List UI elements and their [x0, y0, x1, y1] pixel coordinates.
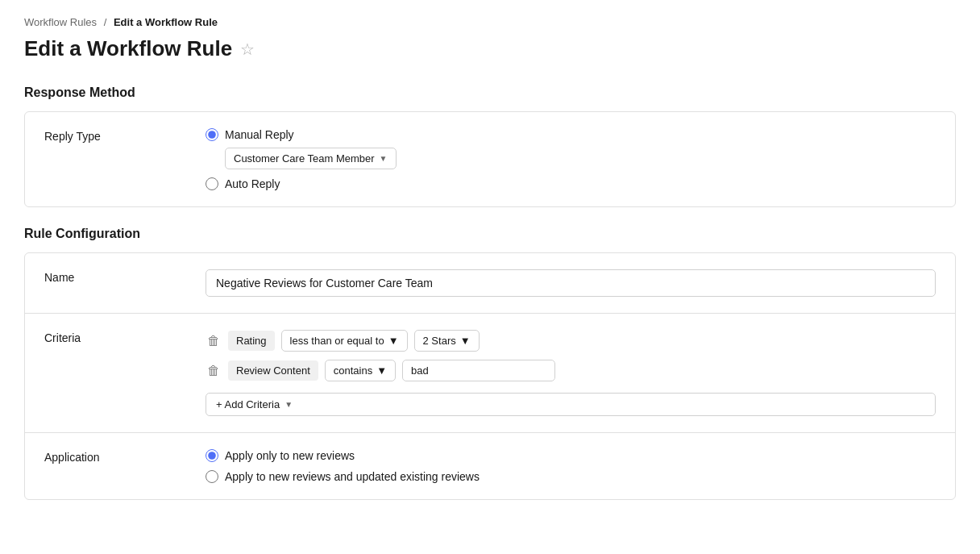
criteria-rows: 🗑 Rating less than or equal to ▼ 2 Stars…	[206, 330, 936, 381]
name-label: Name	[44, 269, 206, 284]
manual-reply-radio[interactable]	[206, 128, 218, 141]
criteria-row-1: 🗑 Rating less than or equal to ▼ 2 Stars…	[206, 330, 936, 352]
auto-reply-label: Auto Reply	[225, 177, 280, 190]
response-method-title: Response Method	[24, 85, 956, 100]
name-row: Name	[25, 253, 955, 314]
criteria-2-operator-dropdown[interactable]: contains ▼	[325, 360, 396, 381]
add-criteria-chevron-icon: ▼	[284, 400, 293, 409]
application-option-2-label: Apply to new reviews and updated existin…	[225, 470, 480, 483]
breadcrumb-current: Edit a Workflow Rule	[114, 16, 218, 28]
criteria-1-operator-dropdown[interactable]: less than or equal to ▼	[281, 330, 408, 352]
application-content: Apply only to new reviews Apply to new r…	[206, 449, 936, 483]
criteria-label: Criteria	[44, 330, 206, 344]
criteria-1-value-label: 2 Stars	[423, 335, 456, 347]
team-member-dropdown[interactable]: Customer Care Team Member ▼	[225, 148, 397, 169]
page-title: Edit a Workflow Rule	[24, 36, 232, 61]
criteria-2-operator-label: contains	[334, 364, 372, 377]
reply-type-row: Reply Type Manual Reply Customer Care Te…	[25, 112, 955, 206]
breadcrumb-separator: /	[104, 16, 107, 28]
team-member-chevron-icon: ▼	[380, 154, 388, 163]
auto-reply-radio[interactable]	[206, 177, 218, 190]
add-criteria-button[interactable]: + Add Criteria ▼	[206, 393, 936, 416]
application-option-2[interactable]: Apply to new reviews and updated existin…	[206, 470, 936, 483]
manual-reply-option: Manual Reply Customer Care Team Member ▼	[206, 128, 936, 169]
delete-criteria-1-icon[interactable]: 🗑	[206, 332, 222, 350]
criteria-content: 🗑 Rating less than or equal to ▼ 2 Stars…	[206, 330, 936, 416]
application-option-1[interactable]: Apply only to new reviews	[206, 449, 936, 462]
manual-reply-label: Manual Reply	[225, 128, 294, 141]
criteria-1-operator-chevron-icon: ▼	[388, 335, 399, 347]
breadcrumb: Workflow Rules / Edit a Workflow Rule	[24, 16, 956, 28]
criteria-row-2: 🗑 Review Content contains ▼	[206, 360, 936, 381]
application-label: Application	[44, 449, 206, 464]
criteria-2-tag: Review Content	[228, 360, 318, 381]
application-row: Application Apply only to new reviews Ap…	[25, 433, 955, 499]
criteria-2-operator-chevron-icon: ▼	[376, 364, 387, 377]
application-radio-2[interactable]	[206, 470, 218, 483]
criteria-row: Criteria 🗑 Rating less than or equal to …	[25, 314, 955, 433]
reply-type-content: Manual Reply Customer Care Team Member ▼…	[206, 128, 936, 190]
rule-configuration-section: Rule Configuration Name Criteria 🗑 Ratin…	[24, 227, 956, 500]
auto-reply-option[interactable]: Auto Reply	[206, 177, 936, 190]
application-radio-1[interactable]	[206, 449, 218, 462]
criteria-1-operator-label: less than or equal to	[290, 335, 384, 347]
manual-reply-label-wrap[interactable]: Manual Reply	[206, 128, 936, 141]
delete-criteria-2-icon[interactable]: 🗑	[206, 362, 222, 380]
criteria-1-value-dropdown[interactable]: 2 Stars ▼	[414, 330, 480, 352]
criteria-1-value-chevron-icon: ▼	[460, 335, 471, 347]
response-method-section: Response Method Reply Type Manual Reply …	[24, 85, 956, 207]
page-title-row: Edit a Workflow Rule ☆	[24, 36, 956, 61]
application-option-1-label: Apply only to new reviews	[225, 449, 355, 462]
response-method-card: Reply Type Manual Reply Customer Care Te…	[24, 111, 956, 207]
add-criteria-label: + Add Criteria	[216, 398, 280, 410]
breadcrumb-parent[interactable]: Workflow Rules	[24, 16, 97, 28]
name-input[interactable]	[206, 269, 936, 297]
rule-configuration-title: Rule Configuration	[24, 227, 956, 241]
team-member-label: Customer Care Team Member	[234, 152, 375, 165]
criteria-2-value-input[interactable]	[402, 360, 555, 381]
favorite-icon[interactable]: ☆	[240, 40, 255, 59]
rule-configuration-card: Name Criteria 🗑 Rating less than or equa…	[24, 252, 956, 500]
name-content	[206, 269, 936, 297]
reply-type-label: Reply Type	[44, 128, 206, 143]
criteria-1-tag: Rating	[228, 331, 275, 351]
